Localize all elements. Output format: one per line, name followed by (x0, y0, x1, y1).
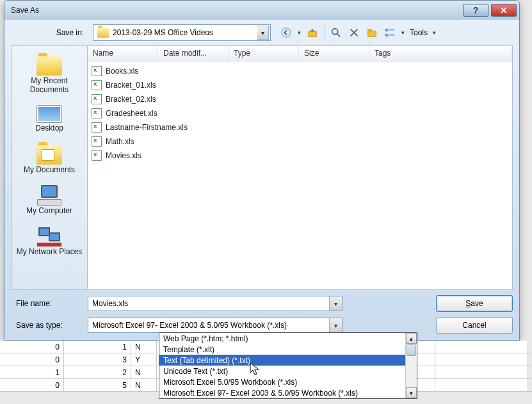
file-name-label: File name: (11, 299, 88, 308)
scrollbar[interactable]: ▴ ▾ (405, 333, 417, 398)
sheet-cell[interactable]: N (131, 366, 157, 378)
dropdown-icon[interactable] (329, 296, 342, 311)
sheet-cell[interactable]: 3 (64, 353, 131, 366)
file-name: Bracket_01.xls (106, 81, 156, 90)
dropdown-icon[interactable] (257, 26, 269, 40)
file-name: Bracket_02.xls (106, 95, 156, 104)
svg-rect-5 (368, 29, 371, 31)
sheet-cell[interactable]: 5 (64, 379, 131, 391)
dropdown-option[interactable]: Unicode Text (*.txt) (159, 366, 417, 376)
sheet-cell[interactable]: Y (131, 353, 157, 366)
svg-rect-6 (385, 29, 389, 32)
nav-toolbar: ▾ ▾ Tools ▾ (280, 26, 436, 39)
excel-file-icon (92, 150, 102, 161)
dropdown-option[interactable]: Template (*.xlt) (159, 344, 417, 355)
excel-file-icon (92, 66, 102, 76)
back-icon[interactable] (280, 26, 293, 39)
svg-line-3 (337, 34, 341, 37)
file-item[interactable]: Lastname-Firstname.xls (92, 120, 508, 134)
place-network-places[interactable]: My Network Places (12, 221, 87, 262)
sheet-cell[interactable] (435, 353, 528, 366)
cancel-button[interactable]: Cancel (436, 317, 513, 334)
excel-file-icon (92, 122, 102, 133)
file-item[interactable]: Movies.xls (92, 149, 508, 163)
scroll-down-icon[interactable]: ▾ (406, 387, 417, 398)
help-button[interactable]: ? (463, 4, 488, 17)
save-as-type-dropdown[interactable]: ▴ ▾ Web Page (*.htm; *.html)Template (*.… (159, 332, 417, 399)
titlebar[interactable]: Save As ? ✕ (4, 1, 519, 20)
dropdown-option[interactable]: Microsoft Excel 97- Excel 2003 & 5.0/95 … (159, 387, 417, 398)
sheet-cell[interactable]: N (131, 341, 157, 353)
svg-point-2 (332, 29, 338, 35)
save-as-type-select[interactable]: Microsoft Excel 97- Excel 2003 & 5.0/95 … (88, 318, 343, 333)
dropdown-icon[interactable] (329, 318, 342, 332)
save-button[interactable]: SSaveave (436, 295, 513, 312)
svg-rect-4 (368, 31, 376, 36)
file-name: Movies.xls (106, 151, 141, 160)
views-icon[interactable] (383, 26, 396, 39)
file-list[interactable]: Books.xlsBracket_01.xlsBracket_02.xlsGra… (88, 61, 512, 289)
sheet-cell[interactable] (435, 379, 528, 391)
save-as-dialog: Save As ? ✕ Save in: 2013-03-29 MS Offic… (4, 0, 520, 341)
file-item[interactable]: Math.xls (92, 134, 508, 149)
place-desktop[interactable]: Desktop (12, 100, 87, 138)
column-headers: Name Date modif... Type Size Tags (88, 46, 512, 61)
file-item[interactable]: Bracket_01.xls (92, 78, 508, 92)
file-name: Math.xls (106, 137, 134, 146)
folder-icon (36, 145, 62, 165)
sheet-cell[interactable]: 0 (0, 341, 64, 353)
col-name[interactable]: Name (88, 46, 158, 61)
sheet-cell[interactable]: 1 (64, 341, 131, 353)
file-name: Books.xls (106, 67, 138, 76)
up-level-icon[interactable] (306, 26, 319, 39)
col-type[interactable]: Type (229, 46, 299, 61)
save-as-type-label: Save as type: (11, 321, 88, 330)
save-in-value: 2013-03-29 MS Office Videos (113, 28, 254, 37)
folder-icon (36, 56, 62, 76)
place-my-documents[interactable]: My Documents (12, 138, 87, 180)
sheet-cell[interactable] (435, 366, 528, 378)
file-item[interactable]: Gradesheet.xls (92, 106, 508, 120)
file-list-pane: Name Date modif... Type Size Tags Books.… (88, 45, 513, 290)
scroll-thumb[interactable] (407, 344, 416, 356)
save-in-select[interactable]: 2013-03-29 MS Office Videos (93, 24, 271, 41)
place-my-computer[interactable]: My Computer (12, 180, 87, 221)
close-button[interactable]: ✕ (491, 4, 517, 17)
excel-file-icon (92, 108, 102, 118)
sheet-cell[interactable]: 1 (0, 366, 64, 378)
dialog-title: Save As (11, 6, 463, 15)
places-bar: My Recent Documents Desktop My Documents… (11, 45, 88, 290)
dropdown-option[interactable]: Text (Tab delimited) (*.txt) (159, 355, 417, 366)
file-item[interactable]: Bracket_02.xls (92, 92, 508, 106)
col-date[interactable]: Date modif... (158, 46, 229, 61)
svg-rect-7 (385, 34, 389, 37)
file-name: Gradesheet.xls (106, 109, 157, 118)
excel-file-icon (92, 136, 102, 147)
col-tags[interactable]: Tags (369, 46, 512, 61)
folder-icon (97, 28, 109, 38)
file-item[interactable]: Books.xls (92, 64, 508, 78)
dropdown-option[interactable]: Web Page (*.htm; *.html) (159, 333, 417, 344)
computer-icon (37, 185, 61, 206)
new-folder-icon[interactable] (366, 26, 378, 39)
col-size[interactable]: Size (299, 46, 369, 61)
sheet-cell[interactable]: N (131, 379, 157, 391)
delete-icon[interactable] (348, 26, 360, 39)
sheet-cell[interactable]: 2 (64, 366, 131, 378)
sheet-cell[interactable]: 0 (0, 353, 64, 366)
network-icon (37, 226, 61, 246)
sheet-cell[interactable]: 0 (0, 379, 64, 391)
scroll-up-icon[interactable]: ▴ (406, 333, 417, 344)
desktop-icon (36, 105, 62, 123)
search-icon[interactable] (330, 26, 343, 39)
tools-menu[interactable]: Tools (410, 28, 428, 37)
save-in-label: Save in: (11, 28, 88, 37)
svg-point-0 (282, 28, 291, 37)
place-recent-documents[interactable]: My Recent Documents (12, 49, 87, 100)
file-name-input[interactable]: Movies.xls (88, 296, 343, 311)
file-name: Lastname-Firstname.xls (106, 123, 188, 132)
sheet-cell[interactable] (435, 341, 528, 353)
svg-rect-1 (309, 31, 317, 36)
save-in-row: Save in: 2013-03-29 MS Office Videos ▾ (4, 20, 519, 45)
dropdown-option[interactable]: Microsoft Excel 5.0/95 Workbook (*.xls) (159, 376, 417, 387)
